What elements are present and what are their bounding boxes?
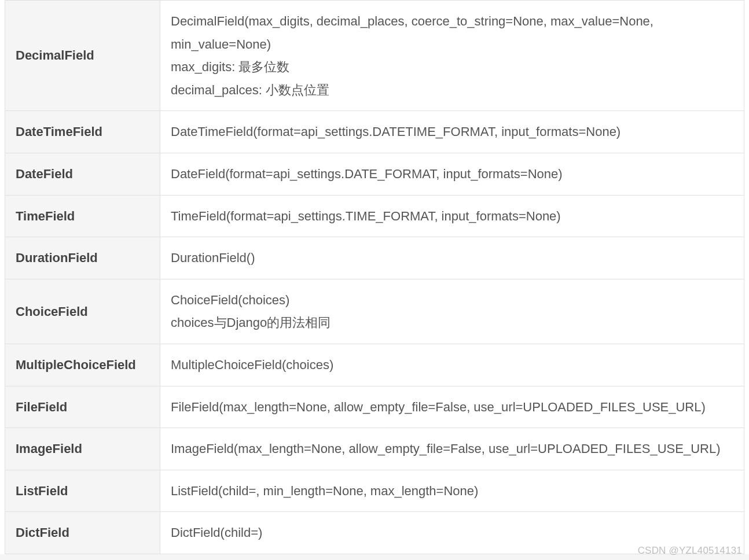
page-container: DecimalField DecimalField(max_digits, de… bbox=[0, 0, 749, 554]
table-row: MultipleChoiceField MultipleChoiceField(… bbox=[5, 344, 744, 386]
field-desc-cell: MultipleChoiceField(choices) bbox=[160, 344, 744, 386]
field-name-cell: DictField bbox=[5, 512, 160, 554]
field-desc-cell: DecimalField(max_digits, decimal_places,… bbox=[160, 1, 744, 111]
table-row: FileField FileField(max_length=None, all… bbox=[5, 386, 744, 428]
table-row: DecimalField DecimalField(max_digits, de… bbox=[5, 1, 744, 111]
field-desc-cell: ListField(child=, min_length=None, max_l… bbox=[160, 470, 744, 512]
table-row: ListField ListField(child=, min_length=N… bbox=[5, 470, 744, 512]
field-name-cell: MultipleChoiceField bbox=[5, 344, 160, 386]
field-desc-cell: FileField(max_length=None, allow_empty_f… bbox=[160, 386, 744, 428]
table-row: DateField DateField(format=api_settings.… bbox=[5, 153, 744, 195]
field-desc-cell: DurationField() bbox=[160, 237, 744, 279]
table-row: TimeField TimeField(format=api_settings.… bbox=[5, 195, 744, 237]
field-desc-cell: ImageField(max_length=None, allow_empty_… bbox=[160, 428, 744, 470]
field-desc-cell: ChoiceField(choices) choices与Django的用法相同 bbox=[160, 279, 744, 344]
table-row: DurationField DurationField() bbox=[5, 237, 744, 279]
field-name-cell: ListField bbox=[5, 470, 160, 512]
field-name-cell: FileField bbox=[5, 386, 160, 428]
field-name-cell: DecimalField bbox=[5, 1, 160, 111]
field-desc-cell: TimeField(format=api_settings.TIME_FORMA… bbox=[160, 195, 744, 237]
field-desc-cell: DateField(format=api_settings.DATE_FORMA… bbox=[160, 153, 744, 195]
fields-tbody: DecimalField DecimalField(max_digits, de… bbox=[5, 1, 744, 554]
table-row: DateTimeField DateTimeField(format=api_s… bbox=[5, 111, 744, 153]
table-row: DictField DictField(child=) bbox=[5, 512, 744, 554]
field-name-cell: DurationField bbox=[5, 237, 160, 279]
watermark-text: CSDN @YZL40514131 bbox=[638, 545, 742, 557]
fields-table: DecimalField DecimalField(max_digits, de… bbox=[5, 0, 744, 554]
field-name-cell: TimeField bbox=[5, 195, 160, 237]
field-desc-cell: DateTimeField(format=api_settings.DATETI… bbox=[160, 111, 744, 153]
field-name-cell: ChoiceField bbox=[5, 279, 160, 344]
field-name-cell: DateField bbox=[5, 153, 160, 195]
field-name-cell: ImageField bbox=[5, 428, 160, 470]
table-row: ImageField ImageField(max_length=None, a… bbox=[5, 428, 744, 470]
table-row: ChoiceField ChoiceField(choices) choices… bbox=[5, 279, 744, 344]
field-name-cell: DateTimeField bbox=[5, 111, 160, 153]
